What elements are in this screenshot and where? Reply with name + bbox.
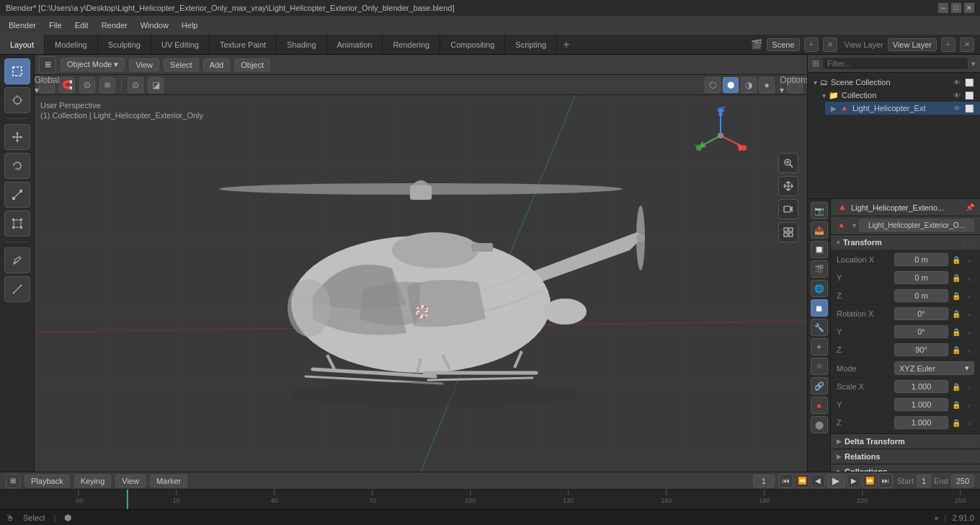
location-z-lock[interactable]: 🔒	[951, 291, 961, 301]
rotation-y-value[interactable]: 0°	[894, 325, 948, 338]
tool-rotate[interactable]	[4, 153, 30, 179]
start-frame-input[interactable]: 1	[917, 475, 931, 488]
outliner-item-scene-collection[interactable]: ▾ 🗂 Scene Collection 👁 ⬜	[808, 76, 980, 89]
rotation-y-animate[interactable]: ⬦	[964, 327, 974, 337]
prop-physics-button[interactable]: ⚛	[811, 358, 828, 375]
maximize-button[interactable]: □	[951, 3, 961, 13]
jump-end-button[interactable]: ⏭	[878, 474, 893, 488]
view-layer-remove-button[interactable]: ✕	[960, 38, 974, 52]
delta-transform-header[interactable]: ▶ Delta Transform ⋮⋮	[831, 434, 980, 449]
properties-pin-button[interactable]: 📌	[966, 203, 974, 211]
scale-x-lock[interactable]: 🔒	[951, 381, 961, 392]
prop-render-button[interactable]: 📷	[811, 202, 828, 219]
prop-output-button[interactable]: 📤	[811, 221, 828, 239]
scale-x-animate[interactable]: ⬦	[964, 381, 974, 392]
close-button[interactable]: ✕	[964, 3, 974, 13]
add-tab-button[interactable]: +	[557, 35, 575, 54]
tab-sculpting[interactable]: Sculpting	[98, 35, 151, 54]
location-x-value[interactable]: 0 m	[894, 253, 948, 266]
location-y-animate[interactable]: ⬦	[964, 273, 974, 283]
rotation-x-value[interactable]: 0°	[894, 307, 948, 320]
prop-scene-button[interactable]: 🎬	[811, 260, 828, 278]
tool-select-box[interactable]	[4, 58, 30, 84]
tab-modeling[interactable]: Modeling	[45, 35, 98, 54]
scene-add-button[interactable]: +	[804, 38, 819, 52]
snap-button[interactable]: 🧲	[59, 77, 75, 93]
view-menu-button-timeline[interactable]: View	[115, 475, 146, 488]
menu-blender[interactable]: Blender	[3, 19, 42, 31]
tab-layout[interactable]: Layout	[0, 35, 45, 54]
scale-z-animate[interactable]: ⬦	[964, 418, 974, 428]
location-z-animate[interactable]: ⬦	[964, 291, 974, 301]
location-x-animate[interactable]: ⬦	[964, 255, 974, 265]
viewport-mode-icon[interactable]: ⊞	[39, 56, 56, 74]
orientation-widget[interactable]: Z X Y	[692, 107, 749, 164]
current-frame-input[interactable]: 1	[753, 475, 775, 488]
location-y-lock[interactable]: 🔒	[951, 273, 961, 283]
scene-selector[interactable]: Scene	[767, 38, 799, 51]
menu-file[interactable]: File	[43, 19, 68, 31]
scale-y-animate[interactable]: ⬦	[964, 400, 974, 410]
menu-edit[interactable]: Edit	[69, 19, 94, 31]
solid-shading[interactable]: ⬢	[723, 77, 739, 93]
play-button[interactable]: ▶	[827, 474, 845, 488]
helicopter-visibility[interactable]: 👁	[952, 103, 962, 113]
scale-y-value[interactable]: 1.000	[894, 398, 948, 411]
rotation-mode-dropdown[interactable]: XYZ Euler ▾	[894, 361, 974, 375]
tool-transform[interactable]	[4, 211, 30, 237]
prop-data-button[interactable]: 🔺	[811, 397, 828, 414]
wireframe-shading[interactable]: ⬡	[705, 77, 721, 93]
outliner-search-input[interactable]	[822, 57, 968, 70]
toggle-grid-button[interactable]	[778, 222, 798, 242]
menu-render[interactable]: Render	[96, 19, 133, 31]
rotation-y-lock[interactable]: 🔒	[951, 327, 961, 337]
tool-cursor[interactable]	[4, 87, 30, 113]
prop-modifier-button[interactable]: 🔧	[811, 319, 828, 336]
tab-uv-editing[interactable]: UV Editing	[151, 35, 210, 54]
prev-keyframe-button[interactable]: ⏪	[795, 474, 809, 488]
relations-header[interactable]: ▶ Relations ⋮⋮	[831, 449, 980, 464]
tool-move[interactable]	[4, 124, 30, 150]
collection-select[interactable]: ⬜	[964, 90, 974, 100]
scene-collection-visibility[interactable]: 👁	[952, 77, 962, 87]
3d-cursor[interactable]	[414, 303, 428, 317]
tab-shading[interactable]: Shading	[277, 35, 326, 54]
minimize-button[interactable]: ─	[938, 3, 948, 13]
prop-object-button[interactable]: ◼	[811, 299, 828, 317]
rotation-z-lock[interactable]: 🔒	[951, 345, 961, 355]
scene-remove-button[interactable]: ✕	[823, 38, 837, 52]
keying-menu-button[interactable]: Keying	[74, 475, 112, 488]
object-menu-button[interactable]: Object	[234, 58, 270, 71]
prop-constraints-button[interactable]: 🔗	[811, 377, 828, 394]
prop-world-button[interactable]: 🌐	[811, 280, 828, 297]
prop-material-button[interactable]: ⬤	[811, 416, 828, 433]
view-layer-add-button[interactable]: +	[941, 38, 956, 52]
rotation-x-lock[interactable]: 🔒	[951, 309, 961, 319]
timeline-mode-icon[interactable]: ⊞	[6, 474, 20, 488]
pan-view-button[interactable]	[778, 176, 798, 196]
proportional-mode-button[interactable]: ≋	[99, 77, 115, 93]
viewport-canvas[interactable]: User Perspective (1) Collection | Light_…	[35, 95, 807, 472]
proportional-edit-button[interactable]: ⊙	[79, 77, 95, 93]
tab-animation[interactable]: Animation	[327, 35, 383, 54]
rotation-x-animate[interactable]: ⬦	[964, 309, 974, 319]
transform-section-header[interactable]: ▾ Transform ⋮⋮	[831, 235, 980, 250]
next-keyframe-button[interactable]: ⏩	[863, 474, 877, 488]
menu-window[interactable]: Window	[135, 19, 174, 31]
scale-z-value[interactable]: 1.000	[894, 416, 948, 429]
end-frame-input[interactable]: 250	[951, 475, 974, 488]
location-x-lock[interactable]: 🔒	[951, 255, 961, 265]
tool-annotate[interactable]	[4, 247, 30, 273]
global-orientation-button[interactable]: Global ▾	[39, 77, 55, 93]
prop-view-layer-button[interactable]: 🔲	[811, 241, 828, 258]
jump-start-button[interactable]: ⏮	[779, 474, 793, 488]
rotation-z-animate[interactable]: ⬦	[964, 345, 974, 355]
tab-rendering[interactable]: Rendering	[383, 35, 440, 54]
helicopter-select[interactable]: ⬜	[964, 103, 974, 113]
options-button[interactable]: Options ▾	[787, 77, 803, 93]
object-mode-button[interactable]: Object Mode ▾	[61, 58, 125, 71]
menu-help[interactable]: Help	[176, 19, 204, 31]
scene-collection-select[interactable]: ⬜	[964, 77, 974, 87]
prev-frame-button[interactable]: ◀	[811, 474, 825, 488]
add-menu-button[interactable]: Add	[203, 58, 231, 71]
